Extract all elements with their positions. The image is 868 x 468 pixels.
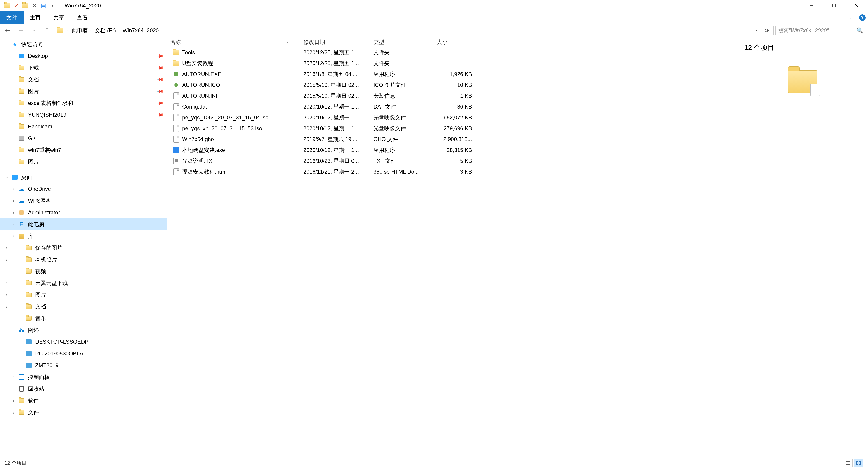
sidebar-item[interactable]: ›文档 <box>0 301 167 312</box>
address-dropdown-icon[interactable]: ▾ <box>752 29 761 32</box>
expand-icon[interactable]: › <box>4 246 9 250</box>
expand-icon[interactable]: › <box>11 222 16 227</box>
expand-icon[interactable]: › <box>11 410 16 415</box>
sidebar-item[interactable]: DESKTOP-LSSOEDP <box>0 336 167 348</box>
column-name[interactable]: 名称▴ <box>167 37 301 47</box>
sidebar-item[interactable]: excel表格制作求和📌 <box>0 97 167 109</box>
sidebar-item[interactable]: ›库 <box>0 230 167 242</box>
sidebar-item[interactable]: ›保存的图片 <box>0 242 167 254</box>
folder-app-icon[interactable] <box>3 1 12 10</box>
column-type[interactable]: 类型 <box>371 37 434 47</box>
expand-icon[interactable]: › <box>4 304 9 309</box>
refresh-button[interactable]: ⟳ <box>763 27 772 34</box>
help-button[interactable]: ? <box>857 11 868 24</box>
tree-network[interactable]: ⌄ 🖧 网络 <box>0 324 167 336</box>
sidebar-item[interactable]: YUNQISHI2019📌 <box>0 109 167 121</box>
table-row[interactable]: pe_yqs_xp_20_07_31_15_53.iso2020/10/12, … <box>167 123 737 134</box>
qat-properties-icon[interactable]: ▤ <box>39 1 48 10</box>
table-row[interactable]: 硬盘安装教程.html2016/11/21, 星期一 2...360 se HT… <box>167 166 737 177</box>
expand-icon[interactable]: › <box>11 210 16 215</box>
sidebar-item[interactable]: ›音乐 <box>0 312 167 324</box>
column-date[interactable]: 修改日期 <box>301 37 371 47</box>
ribbon-expand-icon[interactable]: ⌵ <box>845 11 857 24</box>
sidebar-item[interactable]: 图片 <box>0 156 167 168</box>
view-icons-button[interactable] <box>854 459 864 467</box>
tree-software[interactable]: › 软件 <box>0 395 167 406</box>
cell-name: Config.dat <box>167 103 301 110</box>
sidebar-item[interactable]: ›天翼云盘下载 <box>0 277 167 289</box>
sidebar-item[interactable]: Bandicam <box>0 121 167 132</box>
up-button[interactable]: 🡑 <box>41 26 53 35</box>
table-row[interactable]: AUTORUN.EXE2016/1/8, 星期五 04:...应用程序1,926… <box>167 69 737 80</box>
expand-icon[interactable]: › <box>4 257 9 262</box>
qat-dropdown-icon[interactable]: ▼ <box>48 1 57 10</box>
recent-dropdown-icon[interactable]: ▾ <box>29 26 40 35</box>
expand-icon[interactable]: › <box>11 375 16 380</box>
qat-delete-icon[interactable]: ✕ <box>30 1 39 10</box>
sidebar-item[interactable]: 下载📌 <box>0 62 167 74</box>
file-rows[interactable]: Tools2020/12/25, 星期五 1...文件夹U盘安装教程2020/1… <box>167 47 737 458</box>
maximize-button[interactable] <box>823 0 845 11</box>
tree-control-panel[interactable]: › 控制面板 <box>0 371 167 383</box>
qat-new-folder-icon[interactable] <box>21 1 30 10</box>
tree-item-icon <box>18 123 25 130</box>
table-row[interactable]: pe_yqs_1064_20_07_31_16_04.iso2020/10/12… <box>167 112 737 123</box>
back-button[interactable]: 🡐 <box>2 26 13 35</box>
sidebar-item[interactable]: win7重装win7 <box>0 144 167 156</box>
expand-icon[interactable]: › <box>4 281 9 285</box>
expand-icon[interactable]: › <box>11 187 16 191</box>
expand-icon[interactable]: › <box>11 234 16 239</box>
tab-share[interactable]: 共享 <box>47 11 70 24</box>
sidebar-item[interactable]: G:\ <box>0 132 167 144</box>
sidebar-item[interactable]: ›图片 <box>0 289 167 301</box>
sidebar-item[interactable]: ›视频 <box>0 266 167 277</box>
table-row[interactable]: U盘安装教程2020/12/25, 星期五 1...文件夹 <box>167 58 737 69</box>
table-row[interactable]: Win7x64.gho2019/9/7, 星期六 19:...GHO 文件2,9… <box>167 134 737 145</box>
close-button[interactable] <box>845 0 868 11</box>
forward-button[interactable]: 🡒 <box>16 26 27 35</box>
sidebar-item[interactable]: 图片📌 <box>0 86 167 97</box>
expand-icon[interactable]: ⌄ <box>4 175 9 180</box>
expand-icon[interactable]: ⌄ <box>4 42 9 47</box>
breadcrumb-item[interactable]: 此电脑› <box>70 27 92 34</box>
view-details-button[interactable] <box>843 459 852 467</box>
table-row[interactable]: AUTORUN.ICO2015/5/10, 星期日 02...ICO 图片文件1… <box>167 80 737 90</box>
sidebar-item[interactable]: ZMT2019 <box>0 360 167 371</box>
tab-view[interactable]: 查看 <box>70 11 94 24</box>
expand-icon[interactable]: › <box>4 292 9 297</box>
breadcrumb-item[interactable]: 文档 (E:)› <box>93 27 120 34</box>
expand-icon[interactable]: › <box>11 398 16 403</box>
table-row[interactable]: 本地硬盘安装.exe2020/10/12, 星期一 1...应用程序28,315… <box>167 145 737 156</box>
sidebar-item[interactable]: ›Administrator <box>0 207 167 218</box>
navigation-tree[interactable]: ⌄ ★ 快速访问 Desktop📌下载📌文档📌图片📌excel表格制作求和📌YU… <box>0 37 167 458</box>
sidebar-item[interactable]: ›☁WPS网盘 <box>0 195 167 207</box>
address-bar[interactable]: › 此电脑› 文档 (E:)› Win7x64_2020› ▾ ⟳ <box>55 26 774 35</box>
minimize-button[interactable] <box>800 0 823 11</box>
breadcrumb-root-chevron[interactable]: › <box>65 28 69 33</box>
tree-recycle-bin[interactable]: 回收站 <box>0 383 167 395</box>
sidebar-item[interactable]: 文档📌 <box>0 74 167 86</box>
tree-files[interactable]: › 文件 <box>0 406 167 418</box>
expand-icon[interactable]: › <box>4 269 9 274</box>
expand-icon[interactable]: › <box>4 316 9 321</box>
column-size[interactable]: 大小 <box>434 37 475 47</box>
tab-home[interactable]: 主页 <box>24 11 47 24</box>
tree-quick-access[interactable]: ⌄ ★ 快速访问 <box>0 38 167 50</box>
expand-icon[interactable]: ⌄ <box>11 327 16 333</box>
table-row[interactable]: 光盘说明.TXT2016/10/23, 星期日 0...TXT 文件5 KB <box>167 156 737 166</box>
expand-icon[interactable]: › <box>11 198 16 203</box>
sidebar-item[interactable]: ›☁OneDrive <box>0 183 167 195</box>
table-row[interactable]: AUTORUN.INF2015/5/10, 星期日 02...安装信息1 KB <box>167 90 737 101</box>
sidebar-item[interactable]: Desktop📌 <box>0 50 167 62</box>
breadcrumb-item[interactable]: Win7x64_2020› <box>121 27 163 34</box>
table-row[interactable]: Tools2020/12/25, 星期五 1...文件夹 <box>167 47 737 58</box>
sidebar-item[interactable]: ›🖥此电脑 <box>0 218 167 230</box>
sidebar-item[interactable]: ›本机照片 <box>0 254 167 266</box>
tab-file[interactable]: 文件 <box>0 11 24 24</box>
file-name: Config.dat <box>182 103 207 110</box>
table-row[interactable]: Config.dat2020/10/12, 星期一 1...DAT 文件36 K… <box>167 101 737 112</box>
sidebar-item[interactable]: PC-20190530OBLA <box>0 348 167 360</box>
tree-desktop[interactable]: ⌄ 桌面 <box>0 171 167 183</box>
qat-check-icon[interactable]: ✔ <box>12 1 21 10</box>
search-input[interactable]: 搜索"Win7x64_2020" 🔍 <box>775 26 866 35</box>
